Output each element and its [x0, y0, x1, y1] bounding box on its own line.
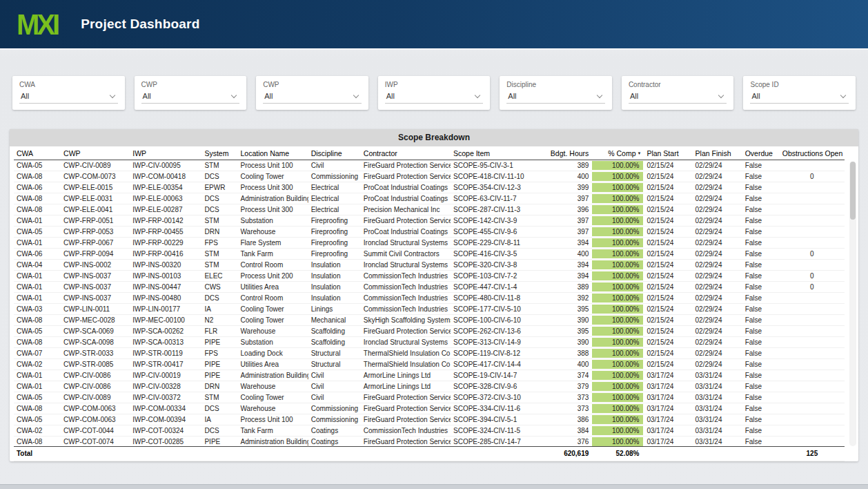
- table-cell: Precision Mechanical Inc: [361, 204, 451, 215]
- table-cell: Process Unit 300: [238, 182, 308, 193]
- table-row[interactable]: CWA-01CWP-FRP-0051IWP-FRP-00142STMSubsta…: [14, 215, 845, 227]
- table-cell: CWA-01: [14, 370, 61, 381]
- filter-dropdown[interactable]: All: [141, 92, 240, 104]
- table-cell: FireGuard Protection Services: [361, 160, 451, 171]
- table-row[interactable]: CWA-02CWP-STR-0085IWP-STR-00417PIPEUtili…: [14, 359, 845, 370]
- table-cell: CWP-CIV-0089: [61, 392, 130, 403]
- table-row[interactable]: CWA-08CWP-SCA-0098IWP-SCA-00313PIPESubst…: [14, 337, 845, 348]
- pct-comp-value: 100.00%: [594, 294, 641, 303]
- table-cell: SCOPE-480-CIV-11-8: [451, 293, 547, 304]
- column-header-discipline[interactable]: Discipline: [308, 146, 361, 160]
- table-row[interactable]: CWA-05CWP-FRP-0053IWP-FRP-00455DRNWareho…: [14, 227, 845, 238]
- table-body-scroll-region[interactable]: CWA-05CWP-CIV-0089IWP-CIV-00095STMProces…: [14, 160, 854, 446]
- table-row[interactable]: CWA-01CWP-INS-0037IWP-INS-00480DCSContro…: [14, 293, 845, 304]
- column-header--comp[interactable]: % Comp▼: [591, 146, 644, 160]
- column-header-contractor[interactable]: Contractor: [361, 146, 451, 160]
- table-row[interactable]: CWA-05CWP-COM-0063IWP-COM-00394IAProcess…: [14, 414, 845, 425]
- table-cell: 394: [547, 238, 591, 249]
- column-header-plan-start[interactable]: Plan Start: [644, 146, 692, 160]
- table-row[interactable]: CWA-04CWP-INS-0002IWP-INS-00320STMContro…: [14, 260, 845, 271]
- table-row[interactable]: CWA-07CWP-STR-0033IWP-STR-00119FPSLoadin…: [14, 348, 845, 359]
- table-cell: 02/15/24: [644, 204, 692, 215]
- filter-dropdown[interactable]: All: [750, 92, 849, 104]
- column-header-cwp[interactable]: CWP: [61, 146, 130, 160]
- column-header-scope-item[interactable]: Scope Item: [451, 146, 547, 160]
- table-row[interactable]: CWA-02CWP-COT-0044IWP-COT-00324DCSTank F…: [14, 425, 845, 437]
- total-row: Total620,61952.08%125: [14, 447, 845, 461]
- table-cell: 395: [547, 304, 591, 315]
- table-cell: CWP-FRP-0053: [61, 227, 130, 238]
- table-cell: 397: [547, 227, 591, 238]
- table-row[interactable]: CWA-03CWP-LIN-0011IWP-LIN-00177IACooling…: [14, 304, 845, 315]
- table-cell: IA: [201, 304, 237, 315]
- table-cell: 02/29/24: [693, 260, 742, 271]
- table-row[interactable]: CWA-05CWP-CIV-0089IWP-CIV-00095STMProces…: [14, 160, 845, 171]
- table-cell: CWP-COM-0063: [61, 403, 130, 414]
- table-row[interactable]: CWA-08CWP-ELE-0041IWP-ELE-00287DCSProces…: [14, 204, 845, 215]
- table-cell: False: [742, 304, 780, 315]
- table-cell: CWP-LIN-0011: [61, 304, 130, 315]
- table-cell: Coatings: [308, 437, 361, 447]
- table-cell: [780, 315, 845, 326]
- table-row[interactable]: CWA-08CWP-MEC-0028IWP-MEC-00100N2Cooling…: [14, 315, 845, 326]
- table-cell: EPWR: [201, 182, 237, 193]
- table-row[interactable]: CWA-06CWP-FRP-0094IWP-FRP-00416STMTank F…: [14, 249, 845, 260]
- table-cell: 02/15/24: [644, 193, 692, 204]
- column-header-cwa[interactable]: CWA: [14, 146, 61, 160]
- table-cell: [780, 359, 845, 370]
- table-cell: SCOPE-63-CIV-11-7: [451, 193, 547, 204]
- table-cell: SCOPE-416-CIV-3-5: [451, 249, 547, 260]
- table-cell: CWP-INS-0037: [61, 282, 130, 293]
- table-cell: ThermalShield Insulation Co: [361, 359, 451, 370]
- table-row[interactable]: CWA-01CWP-INS-0037IWP-INS-00447CWSUtilit…: [14, 282, 845, 293]
- pct-comp-value: 100.00%: [594, 216, 641, 225]
- table-cell: IWP-COM-00418: [130, 171, 201, 182]
- table-cell: CWA-05: [14, 392, 61, 403]
- table-cell: Insulation: [308, 271, 361, 282]
- table-row[interactable]: CWA-01CWP-CIV-0086IWP-CIV-00019PIPEAdmin…: [14, 370, 845, 381]
- table-cell: SCOPE-313-CIV-14-9: [451, 337, 547, 348]
- scrollbar-thumb[interactable]: [850, 162, 856, 220]
- filter-dropdown[interactable]: All: [629, 92, 727, 104]
- table-row[interactable]: CWA-08CWP-COT-0074IWP-COT-00285PIPEAdmin…: [14, 437, 845, 447]
- pct-comp-cell: 100.00%: [591, 304, 644, 315]
- total-cell: [361, 447, 451, 461]
- column-header-plan-finish[interactable]: Plan Finish: [693, 146, 742, 160]
- total-cell: [742, 447, 780, 461]
- table-cell: CWA-06: [14, 182, 61, 193]
- table-cell: 390: [547, 315, 591, 326]
- table-row[interactable]: CWA-05CWP-SCA-0069IWP-SCA-00262FLRWareho…: [14, 326, 845, 337]
- table-row[interactable]: CWA-01CWP-CIV-0086IWP-CIV-00328DRNWareho…: [14, 381, 845, 392]
- table-cell: 02/29/24: [693, 359, 742, 370]
- table-cell: Tank Farm: [238, 249, 308, 260]
- column-header-bdgt-hours[interactable]: Bdgt. Hours: [547, 146, 591, 160]
- table-row[interactable]: CWA-08CWP-COM-0073IWP-COM-00418DCSCoolin…: [14, 171, 845, 182]
- filter-dropdown[interactable]: All: [385, 92, 484, 104]
- scope-breakdown-panel: Scope Breakdown CWACWPIWPSystemLocation …: [10, 129, 858, 461]
- table-row[interactable]: CWA-08CWP-ELE-0031IWP-ELE-00063DCSAdmini…: [14, 193, 845, 204]
- column-header-iwp[interactable]: IWP: [130, 146, 201, 160]
- table-row[interactable]: CWA-01CWP-FRP-0067IWP-FRP-00229FPSFlare …: [14, 238, 845, 249]
- chevron-down-icon: [718, 92, 724, 97]
- table-cell: [780, 182, 845, 193]
- table-cell: IWP-FRP-00416: [130, 249, 201, 260]
- filter-dropdown[interactable]: All: [506, 92, 605, 104]
- column-header-overdue[interactable]: Overdue: [742, 146, 780, 160]
- table-cell: Flare System: [238, 238, 308, 249]
- vertical-scrollbar[interactable]: [849, 162, 856, 446]
- table-cell: Fireproofing: [308, 238, 361, 249]
- table-cell: Administration Building: [238, 370, 308, 381]
- column-header-obstructions-open[interactable]: Obstructions Open: [780, 146, 845, 160]
- filter-dropdown[interactable]: All: [263, 92, 362, 104]
- filter-dropdown[interactable]: All: [19, 92, 118, 104]
- column-header-location-name[interactable]: Location Name: [238, 146, 308, 160]
- total-cell: [693, 447, 742, 461]
- table-row[interactable]: CWA-05CWP-CIV-0089IWP-CIV-00372STMCoolin…: [14, 392, 845, 403]
- table-row[interactable]: CWA-01CWP-INS-0037IWP-INS-00103ELECProce…: [14, 271, 845, 282]
- table-cell: 390: [547, 337, 591, 348]
- table-cell: 400: [547, 359, 591, 370]
- table-cell: IWP-FRP-00455: [130, 227, 201, 238]
- table-row[interactable]: CWA-06CWP-ELE-0015IWP-ELE-00354EPWRProce…: [14, 182, 845, 193]
- table-row[interactable]: CWA-08CWP-COM-0063IWP-COM-00334DCSWareho…: [14, 403, 845, 414]
- column-header-system[interactable]: System: [201, 146, 237, 160]
